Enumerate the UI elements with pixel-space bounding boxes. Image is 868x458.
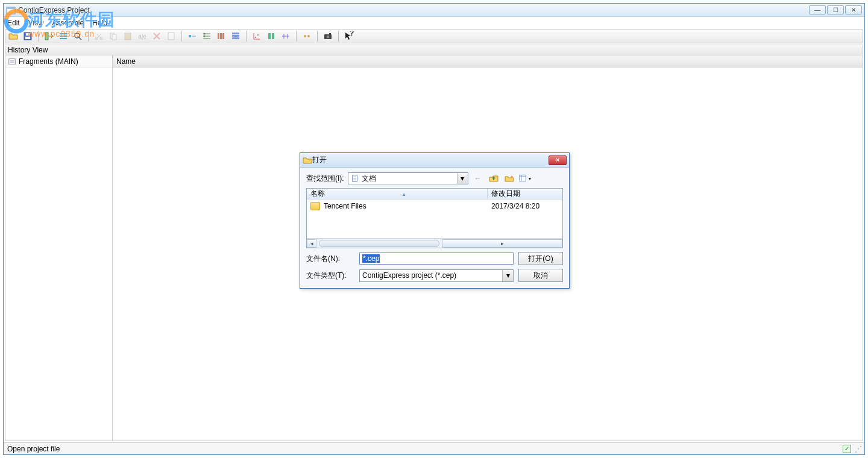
menu-help[interactable]: Help — [92, 19, 107, 27]
svg-rect-16 — [168, 33, 174, 40]
back-icon: ← — [472, 173, 484, 184]
chevron-down-icon[interactable]: ▾ — [502, 270, 513, 281]
dialog-close-button[interactable]: ✕ — [549, 155, 567, 165]
svg-point-9 — [75, 33, 80, 38]
dialog-body: 查找范围(I): 文档 ▾ ← ▾ 名称 ▴ — [300, 168, 569, 288]
open-button-label: 打开(O) — [528, 254, 553, 264]
svg-text:?: ? — [350, 31, 354, 37]
toolbar-sep — [338, 31, 339, 42]
tree-item-label: Fragments (MAIN) — [19, 57, 78, 66]
scroll-right-icon[interactable]: ▸ — [442, 239, 562, 248]
lookin-value: 文档 — [362, 174, 376, 184]
svg-point-30 — [304, 35, 306, 37]
statusbar: Open project file ✓ ⋰ — [4, 442, 864, 454]
window-buttons: — ☐ ✕ — [809, 5, 862, 14]
window-title: ContigExpress Project — [18, 6, 809, 14]
menu-edit[interactable]: Edit — [7, 19, 20, 27]
status-check-icon[interactable]: ✓ — [843, 445, 851, 453]
svg-rect-7 — [60, 36, 67, 37]
svg-rect-21 — [220, 33, 222, 39]
dialog-icon — [303, 155, 312, 165]
resize-grip-icon[interactable]: ⋰ — [855, 445, 861, 453]
svg-rect-25 — [232, 37, 239, 39]
tool-a-icon[interactable] — [187, 31, 198, 42]
file-date: 2017/3/24 8:20 — [491, 202, 539, 210]
svg-rect-3 — [25, 37, 30, 39]
import-icon[interactable] — [43, 31, 54, 42]
file-list-header: 名称 ▴ 修改日期 — [307, 189, 562, 199]
hscrollbar[interactable]: ◂ ▸ — [307, 238, 562, 248]
list-item[interactable]: Tencent Files 2017/3/24 8:20 — [307, 199, 562, 213]
svg-rect-6 — [60, 33, 67, 34]
tool-d-icon[interactable] — [230, 31, 241, 42]
cut-icon — [93, 31, 104, 42]
camera-icon[interactable] — [322, 31, 333, 42]
toolbar-sep — [317, 31, 318, 42]
scroll-thumb[interactable] — [319, 240, 439, 247]
filetype-combo[interactable]: ContigExpress project (*.cep) ▾ — [359, 269, 514, 282]
cancel-button[interactable]: 取消 — [518, 269, 563, 282]
svg-point-33 — [327, 36, 330, 39]
delete-icon — [151, 31, 162, 42]
maximize-button[interactable]: ☐ — [827, 5, 844, 14]
copy-icon — [108, 31, 119, 42]
history-header: History View — [5, 45, 863, 55]
svg-point-18 — [204, 33, 206, 35]
col-date[interactable]: 修改日期 — [488, 189, 562, 199]
history-label: History View — [8, 46, 48, 54]
close-button[interactable]: ✕ — [845, 5, 862, 14]
col-name-label: 名称 — [310, 189, 325, 199]
help-pointer-icon[interactable]: ? — [344, 31, 354, 42]
dialog-title: 打开 — [312, 155, 549, 165]
save-icon[interactable] — [22, 31, 33, 42]
column-header[interactable]: Name — [113, 55, 863, 67]
menu-assemble[interactable]: Assemble — [52, 19, 84, 27]
svg-rect-38 — [520, 175, 526, 181]
filetype-label: 文件类型(T): — [306, 271, 354, 281]
document-icon — [351, 174, 359, 183]
paste-icon — [122, 31, 133, 42]
search-icon[interactable] — [72, 31, 83, 42]
tool-f-icon[interactable] — [266, 31, 277, 42]
col-name[interactable]: 名称 ▴ — [307, 189, 488, 199]
chevron-down-icon[interactable]: ▾ — [457, 173, 468, 184]
toolbar-sep — [38, 31, 39, 42]
svg-rect-20 — [218, 33, 219, 39]
view-menu-icon[interactable]: ▾ — [519, 173, 531, 184]
app-icon — [6, 5, 16, 15]
file-name: Tencent Files — [324, 202, 366, 210]
folder-icon — [310, 202, 320, 210]
svg-rect-23 — [232, 33, 239, 34]
svg-point-26 — [255, 37, 256, 38]
svg-rect-17 — [189, 35, 191, 37]
tool-e-icon[interactable] — [251, 31, 262, 42]
tool-h-icon[interactable] — [301, 31, 312, 42]
file-list: 名称 ▴ 修改日期 Tencent Files 2017/3/24 8:20 ◂ — [306, 188, 563, 248]
svg-rect-13 — [112, 34, 116, 40]
tool-b-icon[interactable] — [201, 31, 212, 42]
svg-rect-28 — [268, 33, 271, 39]
filename-input[interactable]: *.cep — [359, 253, 514, 265]
titlebar: ContigExpress Project — ☐ ✕ — [4, 4, 864, 17]
lookin-combo[interactable]: 文档 ▾ — [348, 172, 468, 184]
tool-c-icon[interactable] — [216, 31, 227, 42]
open-button[interactable]: 打开(O) — [518, 252, 563, 265]
doc-icon — [166, 31, 177, 42]
tool-g-icon[interactable] — [280, 31, 291, 42]
status-text: Open project file — [7, 445, 60, 453]
menu-view[interactable]: View — [28, 19, 44, 27]
toolbar-sep — [88, 31, 89, 42]
svg-rect-24 — [232, 35, 239, 37]
list-icon[interactable] — [58, 31, 69, 42]
col-date-label: 修改日期 — [491, 189, 520, 199]
scroll-left-icon[interactable]: ◂ — [307, 239, 316, 248]
toolbar-sep — [296, 31, 297, 42]
svg-rect-1 — [7, 7, 15, 9]
open-icon[interactable] — [8, 31, 19, 42]
tree-item-fragments[interactable]: Fragments (MAIN) — [5, 55, 112, 67]
dialog-titlebar: 打开 ✕ — [300, 153, 569, 168]
up-folder-icon[interactable] — [488, 173, 500, 184]
new-folder-icon[interactable] — [503, 173, 515, 184]
minimize-button[interactable]: — — [809, 5, 826, 14]
svg-rect-15 — [126, 33, 130, 34]
